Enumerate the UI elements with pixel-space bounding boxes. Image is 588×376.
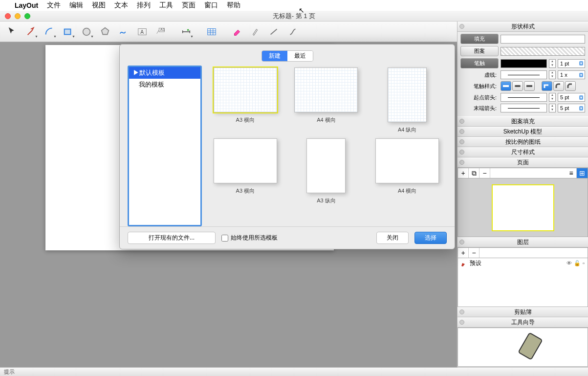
template-thumbnail[interactable] (375, 138, 439, 183)
share-icon[interactable]: ▫ (583, 260, 585, 266)
panel-guide (457, 328, 588, 367)
arc-tool[interactable]: ▼ (41, 24, 58, 39)
menu-text[interactable]: 文本 (114, 1, 128, 10)
end-arrow-select[interactable] (501, 104, 547, 112)
join-bevel[interactable] (565, 81, 576, 91)
dash-select[interactable] (501, 70, 547, 79)
menu-window[interactable]: 窗口 (204, 1, 218, 10)
visibility-icon[interactable]: 👁 (566, 260, 572, 266)
panel-shape-style-header[interactable]: 形状样式 (457, 22, 588, 32)
panel-pattern-fill-header[interactable]: 图案填充 (457, 116, 588, 127)
panel-scaled-header[interactable]: 按比例的图纸 (457, 137, 588, 147)
template-thumbnail[interactable] (388, 67, 427, 122)
layer-name: 预设 (470, 259, 481, 267)
pattern-toggle[interactable]: 图案 (460, 46, 499, 56)
zoom-window-button[interactable] (24, 13, 30, 19)
end-arrow-size[interactable]: 5 pt (558, 104, 585, 112)
remove-page-button[interactable]: − (479, 168, 490, 178)
template-thumbnail[interactable] (294, 67, 358, 112)
stroke-width-select[interactable]: 1 pt (558, 59, 585, 68)
tab-new[interactable]: 新建 (262, 51, 287, 61)
cap-square[interactable] (524, 81, 535, 91)
category-default[interactable]: ▶默认模板 (129, 67, 200, 79)
menu-file[interactable]: 文件 (47, 1, 61, 10)
layer-list[interactable]: 预设 👁 🔓 ▫ (457, 258, 588, 307)
freehand-tool[interactable] (115, 24, 132, 39)
fill-swatch[interactable] (501, 35, 585, 44)
eraser-tool[interactable] (229, 24, 245, 39)
stroke-toggle[interactable]: 笔触 (460, 58, 499, 68)
end-arrow-stepper[interactable]: ▲▼ (549, 104, 556, 112)
menu-help[interactable]: 帮助 (227, 1, 240, 10)
list-view-button[interactable]: ≡ (566, 168, 577, 178)
always-use-checkbox[interactable]: 始终使用所选模板 (221, 234, 278, 242)
app-menu[interactable]: LayOut (15, 1, 38, 9)
menu-view[interactable]: 视图 (92, 1, 106, 10)
pattern-swatch[interactable] (501, 47, 585, 56)
join-miter[interactable] (542, 81, 552, 91)
join-tool[interactable] (284, 24, 301, 39)
fill-toggle[interactable]: 填充 (460, 34, 499, 44)
template-category-list[interactable]: ▶默认模板 我的模板 (128, 66, 202, 226)
minimize-window-button[interactable] (15, 13, 21, 19)
duplicate-page-button[interactable]: ⧉ (469, 168, 479, 178)
start-arrow-stepper[interactable]: ▲▼ (549, 93, 556, 102)
dash-scale-select[interactable]: 1 x (558, 70, 585, 79)
line-tool[interactable]: ▼ (22, 24, 39, 39)
remove-layer-button[interactable]: − (469, 248, 479, 258)
template-grid[interactable]: A3 横向A4 横向A4 纵向A3 横向A3 纵向A4 横向 (206, 66, 447, 226)
category-my-templates[interactable]: 我的模板 (129, 79, 200, 90)
tab-recent[interactable]: 最近 (287, 51, 313, 61)
panel-scrapbook-header[interactable]: 剪贴簿 (457, 307, 588, 317)
polygon-tool[interactable] (97, 24, 113, 39)
lock-icon[interactable]: 🔓 (574, 260, 581, 266)
table-tool[interactable] (203, 24, 220, 39)
template-item[interactable]: A4 横向 (371, 138, 443, 204)
cap-round[interactable] (512, 81, 523, 91)
close-window-button[interactable] (5, 13, 11, 19)
panel-dim-header[interactable]: 尺寸样式 (457, 147, 588, 157)
cap-flat[interactable] (501, 81, 511, 91)
text-tool[interactable]: A (134, 24, 151, 39)
add-page-button[interactable]: + (458, 168, 469, 178)
close-button[interactable]: 关闭 (376, 232, 409, 244)
add-layer-button[interactable]: + (458, 248, 469, 258)
label-tool[interactable]: A1 (152, 24, 169, 39)
menu-pages[interactable]: 页面 (182, 1, 196, 10)
template-item[interactable]: A4 纵向 (371, 67, 443, 133)
select-button[interactable]: 选择 (414, 232, 447, 244)
menu-edit[interactable]: 编辑 (69, 1, 83, 10)
panel-layers-header[interactable]: 图层 (457, 237, 588, 247)
start-arrow-select[interactable] (501, 93, 547, 102)
panel-guide-header[interactable]: 工具向导 (457, 317, 588, 328)
template-item[interactable]: A3 纵向 (291, 138, 362, 204)
pages-thumbnails[interactable] (457, 178, 588, 237)
always-use-checkbox-input[interactable] (221, 235, 228, 242)
page-thumbnail-1[interactable] (492, 184, 554, 231)
template-label: A3 横向 (210, 116, 281, 124)
dimension-tool[interactable]: ▼ (178, 24, 195, 39)
layer-row[interactable]: 预设 👁 🔓 ▫ (458, 258, 588, 268)
join-round[interactable] (553, 81, 564, 91)
grid-view-button[interactable]: ⊞ (577, 168, 588, 178)
template-item[interactable]: A4 横向 (291, 67, 362, 133)
template-item[interactable]: A3 横向 (210, 138, 281, 204)
template-thumbnail[interactable] (214, 138, 277, 183)
stroke-swatch[interactable] (501, 59, 547, 68)
dash-scale-stepper[interactable]: ▲▼ (549, 70, 556, 79)
menu-arrange[interactable]: 排列 (137, 1, 151, 10)
panel-sketchup-header[interactable]: SketchUp 模型 (457, 127, 588, 137)
template-thumbnail[interactable] (214, 67, 277, 112)
template-item[interactable]: A3 横向 (210, 67, 281, 133)
style-tool[interactable] (247, 24, 264, 39)
rectangle-tool[interactable]: ▼ (60, 24, 76, 39)
circle-tool[interactable]: ▼ (78, 24, 95, 39)
stroke-width-stepper[interactable]: ▲▼ (549, 59, 556, 68)
menu-tools[interactable]: 工具 (159, 1, 173, 10)
split-tool[interactable] (266, 24, 283, 39)
select-tool[interactable] (4, 24, 21, 39)
panel-pages-header[interactable]: 页面 (457, 157, 588, 168)
template-thumbnail[interactable] (306, 138, 346, 193)
start-arrow-size[interactable]: 5 pt (558, 93, 585, 102)
open-existing-button[interactable]: 打开现有的文件... (128, 232, 216, 244)
